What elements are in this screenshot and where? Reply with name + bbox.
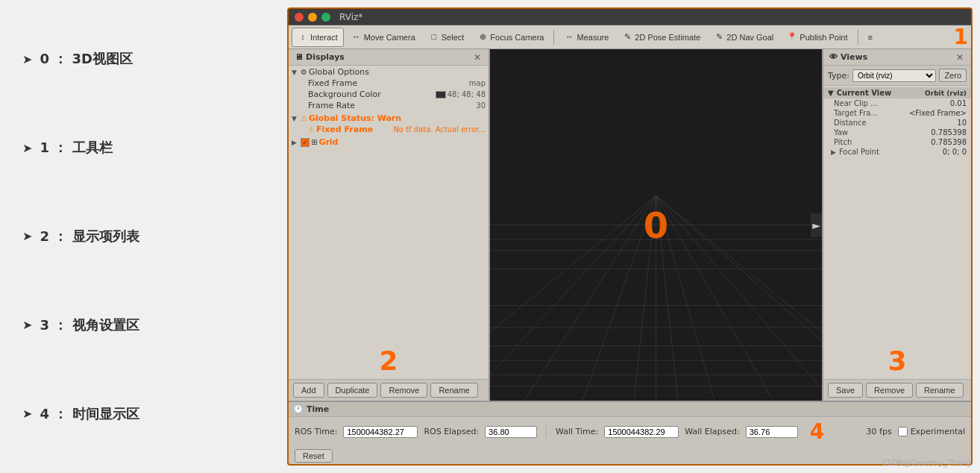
background-color-label: Background Color [308,90,434,99]
expand-right-arrow[interactable]: ► [811,213,822,237]
focal-arrow: ▶ [831,148,836,156]
focal-point-value: 0; 0; 0 [943,148,967,156]
global-status-row[interactable]: ▼ ⚠ Global Status: Warn [289,113,489,124]
publish-label: Publish Point [800,33,847,42]
fixed-frame-value: map [469,79,486,87]
select-button[interactable]: □ Select [423,28,471,47]
settings-button[interactable]: ≡ [862,28,879,47]
annotation-label-1: 1 ： 工具栏 [40,139,112,157]
wall-elapsed-label: Wall Elapsed: [685,427,739,436]
pitch-row: Pitch 0.785398 [823,137,971,147]
toolbar: ↕ Interact ↔ Move Camera □ Select ⊕ Focu… [289,25,971,49]
focus-camera-button[interactable]: ⊕ Focus Camera [471,28,550,47]
target-frame-label: Target Fra... [834,109,906,117]
views-zero-button[interactable]: Zero [939,69,967,82]
views-panel: 👁 Views ✕ Type: Orbit (rviz) Zero ▼ Curr… [822,49,971,401]
annotation-item-3: ➤ 3 ： 视角设置区 [22,316,265,334]
wall-elapsed-input[interactable] [746,426,798,438]
annotation-label-4: 4 ： 时间显示区 [40,405,139,423]
annotation-item-0: ➤ 0 ： 3D视图区 [22,50,265,68]
experimental-checkbox[interactable] [898,427,908,436]
nav-label: 2D Nav Goal [726,33,773,42]
publish-icon: 📍 [787,32,797,43]
time-sep [546,426,547,438]
views-type-row: Type: Orbit (rviz) Zero [823,66,971,86]
move-camera-label: Move Camera [364,33,415,42]
grid-item: ▶ ✓ ⊞ Grid [289,136,489,148]
remove-button[interactable]: Remove [380,383,427,398]
views-header-icon: 👁 [829,52,838,62]
views-buttons: Save Remove Rename [823,379,971,401]
wall-time-input[interactable] [604,426,679,438]
pitch-label: Pitch [834,138,928,146]
grid-arrow: ▶ [292,139,299,146]
move-camera-icon: ↔ [351,32,362,43]
frame-rate-row[interactable]: Frame Rate 30 [289,100,489,111]
current-view-header[interactable]: ▼ Current View Orbit (rviz) [823,87,971,98]
measure-button[interactable]: ↔ Measure [558,28,615,47]
window-title: RViz* [339,12,362,22]
near-clip-row: Near Clip ... 0.01 [823,98,971,108]
pose-estimate-button[interactable]: ✎ 2D Pose Estimate [616,28,706,47]
interact-label: Interact [310,33,338,42]
near-clip-label: Near Clip ... [834,99,947,107]
add-button[interactable]: Add [293,383,324,398]
global-options-item: ▼ ⚙ Global Options Fixed Frame map Backg… [289,66,489,112]
publish-point-button[interactable]: 📍 Publish Point [781,28,853,47]
duplicate-button[interactable]: Duplicate [327,383,378,398]
experimental-checkbox-row: Experimental [898,427,965,436]
time-header-label: Time [307,404,329,414]
time-header: 🕐 Time [289,402,971,417]
toolbar-sep-2 [858,30,858,45]
wall-time-label: Wall Time: [556,427,598,436]
interact-button[interactable]: ↕ Interact [292,28,344,47]
ros-elapsed-label: ROS Elapsed: [424,427,479,436]
displays-header-icon: 🖥 [295,52,303,62]
rename-button[interactable]: Rename [430,383,478,398]
settings-icon: ≡ [868,33,873,42]
main-content: 🖥 Displays ✕ ▼ ⚙ Global Options [289,49,971,401]
views-close-button[interactable]: ✕ [955,52,965,63]
ros-time-input[interactable] [343,426,418,438]
current-view-arrow: ▼ [828,89,834,97]
global-options-row[interactable]: ▼ ⚙ Global Options [289,66,489,78]
view-3d-badge: 0 [644,204,668,246]
minimize-button[interactable] [308,13,317,22]
3d-view[interactable]: 0 ► [490,49,822,401]
views-type-select[interactable]: Orbit (rviz) [852,69,936,82]
grid-row[interactable]: ▶ ✓ ⊞ Grid [289,137,489,148]
background-color-value: 48; 48; 48 [447,90,486,98]
focus-label: Focus Camera [490,33,544,42]
fixed-frame-row[interactable]: Fixed Frame map [289,78,489,89]
focal-point-row: ▶ Focal Point 0; 0; 0 [823,147,971,157]
close-button[interactable] [295,13,304,22]
pose-icon: ✎ [622,32,632,43]
fps-display: 30 fps [867,427,892,436]
target-frame-row: Target Fra... <Fixed Frame> [823,108,971,118]
grid-checkbox[interactable]: ✓ [301,138,310,147]
reset-button[interactable]: Reset [295,449,333,463]
displays-close-button[interactable]: ✕ [472,52,483,63]
pose-label: 2D Pose Estimate [635,33,700,42]
nav-goal-button[interactable]: ✎ 2D Nav Goal [708,28,779,47]
target-frame-value: <Fixed Frame> [909,109,967,117]
arrow-icon-1: ➤ [22,141,32,155]
move-camera-button[interactable]: ↔ Move Camera [345,28,421,47]
fixed-frame-label: Fixed Frame [308,78,468,88]
current-view-label: Current View [837,89,892,97]
views-save-button[interactable]: Save [828,383,863,398]
displays-buttons: Add Duplicate Remove Rename [289,379,489,401]
views-remove-button[interactable]: Remove [866,383,913,398]
ros-elapsed-input[interactable] [485,426,537,438]
nav-icon: ✎ [714,32,724,43]
background-color-row[interactable]: Background Color 48; 48; 48 [289,89,489,100]
yaw-value: 0.785398 [931,128,967,137]
grid-label: Grid [318,137,486,147]
annotation-item-4: ➤ 4 ： 时间显示区 [22,405,265,423]
displays-panel: 🖥 Displays ✕ ▼ ⚙ Global Options [289,49,490,401]
distance-value: 10 [957,119,967,127]
maximize-button[interactable] [321,13,330,22]
fixed-frame-status-value: No tf data. Actual error... [393,125,486,134]
views-rename-button[interactable]: Rename [916,383,964,398]
experimental-label: Experimental [911,427,965,436]
